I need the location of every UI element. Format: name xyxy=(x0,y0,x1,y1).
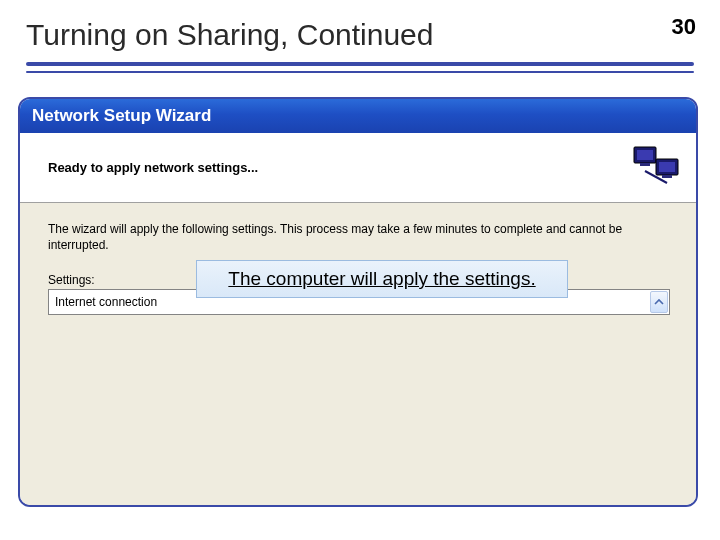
title-divider xyxy=(26,62,694,73)
svg-rect-1 xyxy=(637,150,653,160)
slide-title: Turning on Sharing, Continued xyxy=(26,18,694,52)
wizard-body: The wizard will apply the following sett… xyxy=(20,203,696,505)
scroll-up-button[interactable] xyxy=(650,291,668,313)
callout-annotation: The computer will apply the settings. xyxy=(196,260,568,298)
callout-text: The computer will apply the settings. xyxy=(228,268,535,290)
wizard-header: Ready to apply network settings... xyxy=(20,133,696,203)
svg-rect-5 xyxy=(662,175,672,178)
chevron-up-icon xyxy=(654,297,664,307)
svg-rect-2 xyxy=(640,163,650,166)
settings-item: Internet connection xyxy=(49,295,157,309)
window-titlebar: Network Setup Wizard xyxy=(20,99,696,133)
wizard-heading: Ready to apply network settings... xyxy=(48,160,258,175)
page-number: 30 xyxy=(672,14,696,40)
window-title: Network Setup Wizard xyxy=(32,106,211,126)
wizard-body-text: The wizard will apply the following sett… xyxy=(48,221,648,253)
svg-rect-4 xyxy=(659,162,675,172)
wizard-window: Network Setup Wizard Ready to apply netw… xyxy=(18,97,698,507)
slide-header: Turning on Sharing, Continued xyxy=(0,0,720,83)
network-devices-icon xyxy=(630,141,682,193)
